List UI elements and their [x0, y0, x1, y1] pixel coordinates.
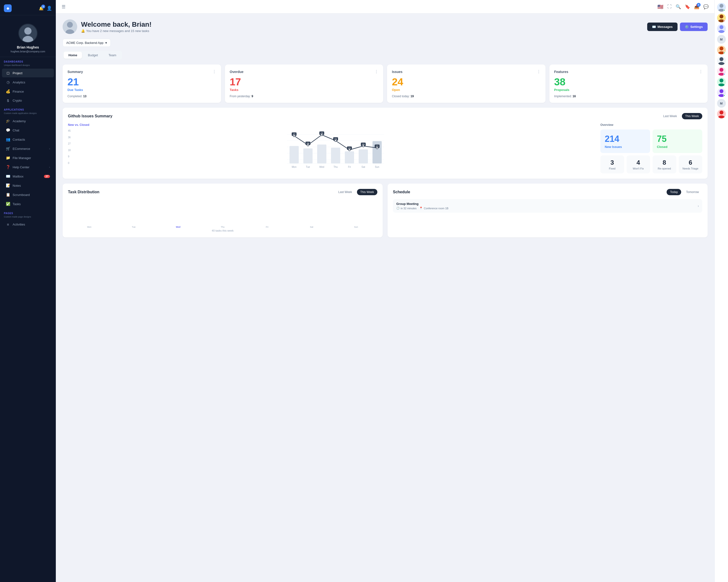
right-avatar-11[interactable]: [717, 110, 726, 118]
sidebar-item-tasks[interactable]: ✅ Tasks: [2, 200, 54, 208]
svg-point-55: [720, 57, 723, 61]
issues-stat: Closed today: 19: [392, 94, 541, 98]
project-selector[interactable]: ACME Corp. Backend App ▾: [62, 39, 111, 47]
svg-text:Mon: Mon: [292, 166, 296, 168]
triage-label: Needs Triage: [682, 167, 699, 170]
inbox-icon-wrap[interactable]: 📥 5: [694, 4, 699, 9]
last-week-button[interactable]: Last Week: [660, 113, 680, 119]
right-avatar-8[interactable]: [717, 78, 726, 86]
chat-bubble-icon[interactable]: 💬: [703, 4, 709, 9]
avatar-status-dot: [723, 52, 726, 54]
sidebar-item-filemanager[interactable]: 📁 File Manager: [2, 154, 54, 162]
right-avatar-9[interactable]: [717, 88, 726, 97]
sidebar-item-notes[interactable]: 📝 Notes: [2, 181, 54, 190]
card-menu-icon[interactable]: ⋮: [374, 70, 378, 74]
right-avatar-7[interactable]: [717, 67, 726, 76]
avatar-status-dot: [723, 20, 726, 22]
task-bar-mon: Mon: [68, 225, 110, 228]
svg-rect-18: [372, 141, 382, 163]
card-header: Overdue ⋮: [230, 70, 379, 74]
issues-label: Open: [392, 88, 541, 92]
tomorrow-button[interactable]: Tomorrow: [683, 189, 702, 195]
right-avatar-10[interactable]: M: [717, 99, 726, 108]
user-info: Brian Hughes hughes.brian@company.com: [0, 45, 56, 57]
messages-button[interactable]: ✉️ Messages: [647, 23, 678, 31]
sidebar-item-mailbox[interactable]: ✉️ Mailbox 27: [2, 172, 54, 181]
mini-card-triage: 6 Needs Triage: [679, 156, 703, 173]
right-avatar-4[interactable]: M: [717, 35, 726, 44]
sidebar-item-academy[interactable]: 🎓 Academy: [2, 117, 54, 126]
card-title: Features: [554, 70, 568, 74]
svg-point-36: [362, 145, 364, 147]
chevron-right-icon[interactable]: ›: [698, 204, 699, 208]
app-logo[interactable]: ◆: [4, 4, 11, 12]
tab-team[interactable]: Team: [104, 52, 121, 59]
task-bar-chart: Mon Tue Wed Thu: [68, 199, 378, 228]
features-number: 38: [554, 77, 703, 87]
pages-sub: Custom made page designs: [0, 216, 56, 220]
mini-card-wontfix: 4 Won't Fix: [627, 156, 650, 173]
reopened-label: Re-opened: [656, 167, 673, 170]
tab-home[interactable]: Home: [63, 52, 82, 59]
schedule-time: 🕐 in 32 minutes: [396, 206, 416, 210]
task-last-week-btn[interactable]: Last Week: [335, 189, 355, 195]
overdue-number: 17: [230, 77, 379, 87]
helpcenter-icon: ❓: [6, 165, 10, 169]
bottom-row: Task Distribution Last Week This Week Mo…: [62, 184, 708, 238]
sidebar-item-analytics[interactable]: ◷ Analytics: [2, 78, 54, 87]
notification-badge: 3: [41, 5, 45, 8]
tab-budget[interactable]: Budget: [83, 52, 103, 59]
sidebar-item-helpcenter[interactable]: ❓ Help Center ›: [2, 163, 54, 171]
task-this-week-btn[interactable]: This Week: [357, 189, 378, 195]
user-icon[interactable]: 👤: [47, 6, 52, 11]
applications-label: APPLICATIONS: [0, 105, 56, 112]
sidebar-item-label: ECommerce: [12, 147, 30, 150]
sidebar-item-ecommerce[interactable]: 🛒 ECommerce ›: [2, 144, 54, 153]
sidebar-item-scrumboard[interactable]: 📋 Scrumboard: [2, 190, 54, 199]
settings-button[interactable]: ⚙️ Settings: [680, 23, 708, 31]
today-button[interactable]: Today: [667, 189, 681, 195]
closed-label: Closed: [657, 145, 698, 149]
sidebar-item-project[interactable]: ◻ Project: [2, 68, 54, 77]
chevron-down-icon: ▾: [105, 41, 107, 45]
features-stat: Implemented: 16: [554, 94, 703, 98]
task-dist-toggle: Last Week This Week: [335, 189, 378, 195]
inbox-badge: 5: [697, 3, 701, 7]
sidebar-item-label: Help Center: [12, 165, 29, 169]
schedule-item: Group Meeting 🕐 in 32 minutes 📍 Conferen…: [393, 199, 702, 213]
svg-point-51: [720, 25, 723, 29]
right-avatar-5[interactable]: [717, 46, 726, 54]
this-week-button[interactable]: This Week: [682, 113, 702, 119]
notifications-bell[interactable]: 🔔 3: [39, 6, 44, 11]
topnav-left: ☰: [62, 4, 66, 9]
user-email: hughes.brian@company.com: [0, 50, 56, 53]
content-area: Welcome back, Brian! 🔔 You have 2 new me…: [56, 13, 714, 582]
fullscreen-icon[interactable]: ⛶: [667, 4, 672, 9]
sidebar-item-crypto[interactable]: $ Crypto: [2, 96, 54, 105]
sidebar-item-finance[interactable]: 💰 Finance: [2, 87, 54, 96]
right-avatar-1[interactable]: [717, 3, 726, 11]
overdue-stat: From yesterday: 9: [230, 94, 379, 98]
sidebar-item-chat[interactable]: 💬 Chat: [2, 126, 54, 135]
github-header: Github Issues Summary Last Week This Wee…: [68, 113, 702, 119]
topnav: ☰ 🇺🇸 ⛶ 🔍 🔖 📥 5 💬: [56, 0, 714, 13]
schedule-item-title: Group Meeting: [396, 202, 448, 206]
card-menu-icon[interactable]: ⋮: [212, 70, 216, 74]
task-bar-sat: Sat: [290, 225, 333, 228]
sidebar-item-contacts[interactable]: 👥 Contacts: [2, 135, 54, 144]
welcome-avatar: [62, 20, 77, 34]
sidebar-item-label: Tasks: [12, 202, 21, 206]
bookmark-icon[interactable]: 🔖: [685, 4, 690, 9]
right-avatar-3[interactable]: [717, 24, 726, 33]
sidebar-item-activities[interactable]: ≡ Activities: [2, 220, 54, 229]
search-icon[interactable]: 🔍: [676, 4, 681, 9]
card-overdue: Overdue ⋮ 17 Tasks From yesterday: 9: [225, 64, 383, 103]
gear-icon: ⚙️: [685, 25, 689, 29]
right-avatar-6[interactable]: [717, 56, 726, 65]
card-menu-icon[interactable]: ⋮: [537, 70, 541, 74]
card-menu-icon[interactable]: ⋮: [699, 70, 703, 74]
right-avatar-bar: M M: [714, 0, 728, 582]
right-avatar-2[interactable]: [717, 13, 726, 22]
menu-icon[interactable]: ☰: [62, 4, 66, 9]
svg-rect-14: [317, 144, 327, 163]
